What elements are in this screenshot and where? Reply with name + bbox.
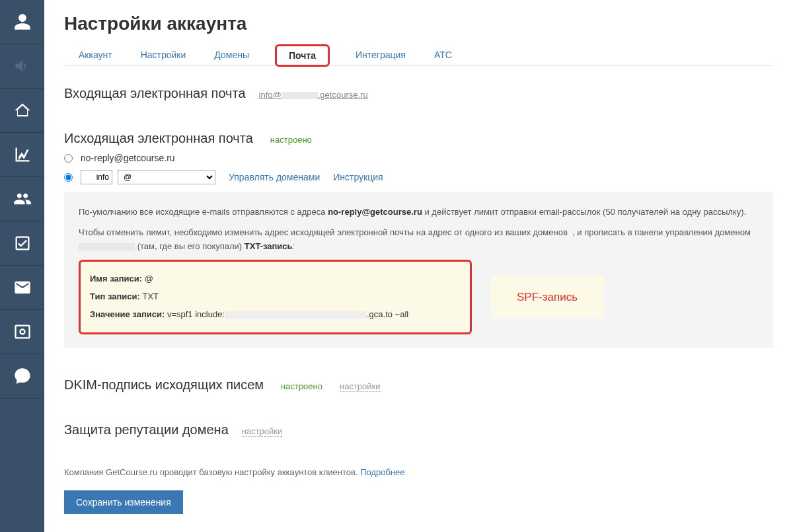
dkim-title: DKIM-подпись исходящих писем (64, 377, 264, 393)
radio-noreply[interactable] (64, 154, 73, 163)
outgoing-section: Исходящая электронная почта настроено no… (64, 131, 773, 348)
incoming-title: Входящая электронная почта (64, 86, 246, 101)
tab-ats[interactable]: АТС (432, 44, 455, 65)
tab-settings[interactable]: Настройки (138, 44, 189, 65)
dkim-status: настроено (277, 380, 326, 393)
noreply-label: no-reply@getcourse.ru (81, 153, 175, 163)
outgoing-title: Исходящая электронная почта (64, 131, 253, 146)
manage-domains-link[interactable]: Управлять доменами (229, 172, 320, 182)
sidebar-users-icon[interactable] (0, 177, 44, 221)
instruction-link[interactable]: Инструкция (333, 172, 383, 182)
spf-annotation: SPF-запись (490, 276, 604, 318)
sidebar-volume-icon[interactable] (0, 44, 44, 89)
sender-option-noreply[interactable]: no-reply@getcourse.ru (64, 153, 773, 163)
footer-text: Компания GetCourse.ru проводит базовую н… (64, 467, 773, 477)
incoming-section: Входящая электронная почта info@.getcour… (64, 86, 773, 101)
redacted-spf-host (225, 311, 367, 319)
sidebar-tasks-icon[interactable] (0, 221, 44, 266)
dkim-settings-link[interactable]: настройки (340, 381, 381, 392)
sender-option-custom[interactable]: @ Управлять доменами Инструкция (64, 170, 773, 184)
outgoing-info-box: По-умолчанию все исходящие e-mails отпра… (64, 192, 773, 348)
incoming-email[interactable]: info@.getcourse.ru (259, 90, 368, 100)
radio-custom[interactable] (64, 173, 73, 182)
sidebar-home-icon[interactable] (0, 89, 44, 133)
page-title: Настройки аккаунта (64, 13, 773, 34)
redacted-domain-2 (79, 243, 135, 250)
spf-row: Имя записи: @ Тип записи: TXT Значение з… (79, 260, 759, 334)
reputation-title: Защита репутации домена (64, 422, 229, 437)
tab-account[interactable]: Аккаунт (76, 44, 115, 65)
sidebar-chart-icon[interactable] (0, 133, 44, 177)
local-part-input[interactable] (81, 170, 112, 184)
sidebar (0, 0, 44, 532)
save-button[interactable]: Сохранить изменения (64, 490, 183, 514)
tab-domains[interactable]: Домены (211, 44, 252, 65)
dkim-section: DKIM-подпись исходящих писем настроено н… (64, 377, 773, 393)
sidebar-user-icon[interactable] (0, 0, 44, 44)
info-paragraph-1: По-умолчанию все исходящие e-mails отпра… (79, 206, 759, 219)
outgoing-status: настроено (266, 133, 316, 146)
redacted-domain (282, 92, 318, 99)
sidebar-mail-icon[interactable] (0, 266, 44, 310)
sidebar-safe-icon[interactable] (0, 310, 44, 354)
reputation-section: Защита репутации домена настройки (64, 422, 773, 437)
spf-record-box: Имя записи: @ Тип записи: TXT Значение з… (79, 260, 472, 334)
settings-tabs: Аккаунт Настройки Домены Почта Интеграци… (64, 44, 773, 66)
tab-integration[interactable]: Интеграция (353, 44, 408, 65)
reputation-settings-link[interactable]: настройки (242, 426, 283, 437)
footer-more-link[interactable]: Подробнее (360, 467, 404, 477)
main-content: Настройки аккаунта Аккаунт Настройки Дом… (44, 0, 793, 532)
domain-select[interactable]: @ (118, 170, 215, 184)
info-paragraph-2: Чтобы отменить лимит, необходимо изменит… (79, 226, 759, 254)
sidebar-chat-icon[interactable] (0, 354, 44, 399)
tab-mail[interactable]: Почта (275, 44, 330, 67)
